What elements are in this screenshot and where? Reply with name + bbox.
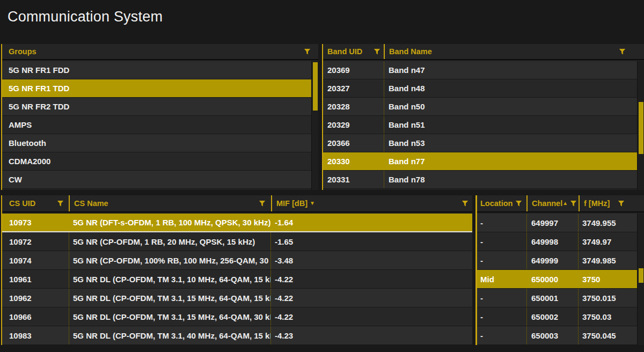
scrollbar-thumb[interactable] (639, 268, 643, 283)
scrollbar[interactable] (637, 214, 644, 345)
group-row[interactable]: 5G NR FR2 TDD (2, 98, 311, 116)
cs-row[interactable]: 109835G NR DL (CP-OFDM, TM 3.1, 40 MHz, … (2, 326, 472, 345)
groups-panel: Groups 5G NR FR1 FDD 5G NR FR1 TDD 5G NR… (1, 44, 318, 190)
groups-column-header[interactable]: Groups (2, 44, 318, 59)
channels-header: Location Channel ▲ f [MHz] (477, 195, 644, 212)
band-row[interactable]: 20331Band n78 (323, 171, 637, 189)
channel-row[interactable]: -6500023750.03 (477, 307, 637, 326)
bands-list: 20369Band n47 20327Band n48 20328Band n5… (323, 61, 637, 190)
band-row[interactable]: 20328Band n50 (323, 98, 637, 116)
cs-list: 109735G NR (DFT-s-OFDM, 1 RB, 100 MHz, Q… (2, 214, 472, 345)
cs-row[interactable]: 109745G NR (CP-OFDM, 100% RB, 100 MHz, 2… (2, 251, 472, 270)
filter-icon[interactable] (619, 48, 626, 55)
band-row[interactable]: 20330Band n77 (323, 152, 637, 171)
groups-header-label: Groups (9, 47, 36, 56)
groups-header: Groups (2, 44, 318, 60)
channel-header-label: Channel (532, 199, 562, 208)
cs-panel: CS UID CS Name MIF [dB] ▼ 109735G NR (DF… (1, 195, 472, 345)
group-row[interactable]: Bluetooth (2, 134, 311, 152)
channel-row[interactable]: -6500033750.045 (477, 326, 637, 345)
bands-panel: Band UID Band Name 20369Band n47 20327Ba… (322, 44, 644, 190)
filter-icon[interactable] (259, 200, 266, 207)
location-column-header[interactable]: Location (477, 195, 526, 211)
cs-row[interactable]: 109615G NR DL (CP-OFDM, TM 3.1, 10 MHz, … (2, 270, 472, 289)
channel-row[interactable]: -6499983749.97 (477, 232, 637, 251)
channels-panel: Location Channel ▲ f [MHz] -6499973749.9… (475, 195, 644, 345)
sort-desc-icon: ▼ (310, 201, 315, 206)
cs-header: CS UID CS Name MIF [dB] ▼ (2, 195, 472, 212)
scrollbar[interactable] (637, 61, 644, 190)
band-uid-column-header[interactable]: Band UID (323, 44, 384, 59)
band-row[interactable]: 20369Band n47 (323, 61, 637, 79)
cs-uid-column-header[interactable]: CS UID (2, 195, 69, 211)
filter-icon[interactable] (462, 200, 469, 207)
channels-list: -6499973749.955 -6499983749.97 -64999937… (477, 214, 637, 345)
scrollbar-thumb[interactable] (639, 102, 643, 154)
cs-row[interactable]: 109735G NR (DFT-s-OFDM, 1 RB, 100 MHz, Q… (2, 214, 472, 232)
groups-list: 5G NR FR1 FDD 5G NR FR1 TDD 5G NR FR2 TD… (2, 61, 311, 190)
sort-asc-icon: ▲ (562, 201, 568, 206)
cs-uid-header-label: CS UID (9, 199, 35, 208)
group-row[interactable]: CW (2, 171, 311, 189)
filter-icon[interactable] (618, 200, 625, 207)
cs-mif-column-header[interactable]: MIF [dB] ▼ (272, 195, 472, 211)
filter-icon[interactable] (57, 200, 64, 207)
filter-icon[interactable] (570, 200, 577, 207)
channel-column-header[interactable]: Channel ▲ (528, 195, 579, 211)
cs-row[interactable]: 109665G NR DL (CP-OFDM, TM 3.1, 15 MHz, … (2, 307, 472, 326)
channel-row[interactable]: -6499993749.985 (477, 251, 637, 270)
channel-row[interactable]: Mid6500003750 (477, 270, 637, 289)
cs-row[interactable]: 109725G NR (CP-OFDM, 1 RB, 20 MHz, QPSK,… (2, 232, 472, 251)
frequency-header-label: f [MHz] (584, 199, 610, 208)
channel-row[interactable]: -6499973749.955 (477, 214, 637, 232)
filter-icon[interactable] (304, 48, 311, 55)
band-row[interactable]: 20327Band n48 (323, 79, 637, 98)
group-row[interactable]: CDMA2000 (2, 152, 311, 171)
filter-icon[interactable] (374, 48, 380, 55)
scrollbar-thumb[interactable] (313, 62, 318, 111)
group-row[interactable]: AMPS (2, 116, 311, 134)
cs-mif-header-label: MIF [dB] (276, 199, 308, 208)
location-header-label: Location (480, 199, 513, 208)
band-row[interactable]: 20366Band n53 (323, 134, 637, 152)
band-row[interactable]: 20329Band n51 (323, 116, 637, 134)
filter-icon[interactable] (515, 200, 522, 207)
band-name-header-label: Band Name (389, 47, 432, 56)
group-row[interactable]: 5G NR FR1 TDD (2, 79, 311, 98)
band-name-column-header[interactable]: Band Name (385, 44, 644, 59)
scrollbar[interactable] (311, 61, 318, 190)
page-title: Communication System (8, 9, 163, 25)
group-row[interactable]: 5G NR FR1 FDD (2, 61, 311, 79)
cs-row[interactable]: 109625G NR DL (CP-OFDM, TM 3.1, 15 MHz, … (2, 289, 472, 307)
frequency-column-header[interactable]: f [MHz] (580, 195, 644, 211)
bands-header: Band UID Band Name (323, 44, 644, 60)
band-uid-header-label: Band UID (327, 47, 362, 56)
channel-row[interactable]: -6500013750.015 (477, 289, 637, 307)
cs-name-header-label: CS Name (74, 199, 108, 208)
cs-name-column-header[interactable]: CS Name (70, 195, 271, 211)
